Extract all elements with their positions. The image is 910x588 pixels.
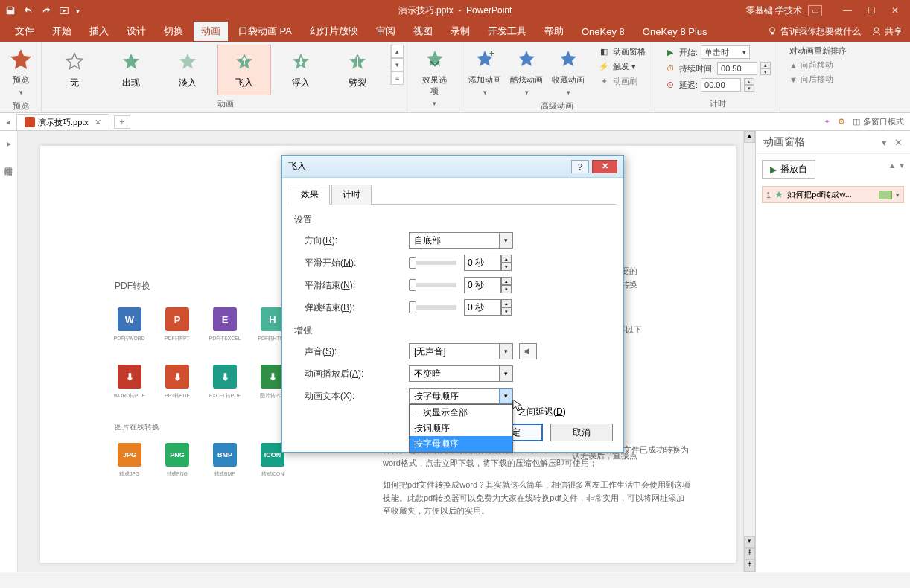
menu-transition[interactable]: 切换 (156, 22, 191, 41)
multi-window-button[interactable]: ◫多窗口模式 (853, 116, 904, 127)
timing-start-select[interactable]: 单击时▾ (701, 45, 750, 59)
dropdown-option[interactable]: 按词顺序 (410, 421, 512, 436)
add-tab-button[interactable]: + (114, 115, 130, 129)
timing-delay-input[interactable]: 00.00 (701, 78, 741, 92)
menu-onekey8plus[interactable]: OneKey 8 Plus (635, 23, 715, 40)
menu-devtools[interactable]: 开发工具 (480, 22, 534, 41)
smooth-start-spinner[interactable]: ▴▾ (501, 255, 512, 271)
menu-help[interactable]: 帮助 (537, 22, 571, 41)
file-tab-close-icon[interactable]: ✕ (95, 118, 101, 127)
conversion-tile[interactable]: PNG转成PNG (162, 443, 192, 478)
smooth-start-input[interactable]: 0 秒 (464, 255, 501, 271)
fav-animation-button[interactable]: 收藏动画▾ (549, 45, 588, 99)
start-icon[interactable] (58, 4, 70, 16)
smooth-end-input[interactable]: 0 秒 (464, 277, 501, 293)
sound-select[interactable]: [无声音]▾ (409, 343, 513, 359)
save-icon[interactable] (4, 4, 16, 16)
panel-close-icon[interactable]: ✕ (894, 137, 903, 148)
menu-pocket-anim[interactable]: 口袋动画 PA (231, 22, 299, 41)
menu-file[interactable]: 文件 (7, 22, 42, 41)
effect-options-button[interactable]: 效果选项 ▾ (416, 45, 453, 110)
undo-icon[interactable] (22, 4, 34, 16)
cancel-button[interactable]: 取消 (550, 424, 613, 441)
anim-none[interactable]: 无 (48, 45, 101, 95)
dialog-help-icon[interactable]: ? (571, 160, 589, 173)
anim-flyin[interactable]: 飞入 (217, 45, 271, 95)
menu-review[interactable]: 审阅 (369, 22, 403, 41)
menu-slideshow[interactable]: 幻灯片放映 (302, 22, 366, 41)
move-forward-button[interactable]: ▲向前移动 (786, 59, 850, 71)
menu-design[interactable]: 设计 (119, 22, 153, 41)
sound-preview-icon[interactable] (519, 343, 537, 359)
menu-record[interactable]: 录制 (443, 22, 477, 41)
direction-select[interactable]: 自底部▾ (409, 232, 513, 249)
animate-text-select[interactable]: 按字母顺序▾ (409, 388, 513, 404)
slide-thumbnail-strip[interactable]: ▸ 缩略图 (0, 131, 18, 572)
cool-animation-button[interactable]: 酷炫动画▾ (507, 45, 546, 99)
bounce-slider[interactable] (409, 305, 456, 310)
dropdown-option[interactable]: 按字母顺序 (410, 436, 512, 452)
sound-label: 声音(S): (305, 345, 409, 358)
dialog-titlebar[interactable]: 飞入 ? ✕ (282, 156, 623, 178)
wand-icon[interactable]: ✦ (824, 117, 830, 127)
bounce-input[interactable]: 0 秒 (464, 299, 501, 316)
animation-list-item[interactable]: 1 如何把pdf转成w... ▾ (762, 186, 904, 203)
smooth-end-slider[interactable] (409, 283, 456, 287)
account-text[interactable]: 零基础 学技术 (746, 4, 802, 17)
maximize-icon[interactable]: ☐ (861, 3, 882, 18)
panel-down-icon[interactable]: ▾ (900, 160, 904, 170)
menu-home[interactable]: 开始 (45, 22, 79, 41)
conversion-tile[interactable]: EPDF转EXCEL (210, 307, 240, 342)
menu-insert[interactable]: 插入 (82, 22, 116, 41)
bounce-spinner[interactable]: ▴▾ (501, 299, 512, 316)
smooth-start-slider[interactable] (409, 261, 456, 265)
share-button[interactable]: 共享 (871, 25, 903, 38)
timing-bar (879, 191, 892, 199)
animation-painter-button[interactable]: ✦动画刷 (595, 74, 649, 88)
trigger-button[interactable]: ⚡触发 ▾ (595, 60, 649, 73)
timing-duration-input[interactable]: 00.50 (717, 62, 757, 75)
conversion-tile[interactable]: BMP转成BMP (210, 443, 240, 478)
tab-prev-icon[interactable]: ◂ (6, 117, 10, 127)
conversion-tile[interactable]: JPG转成JPG (115, 443, 144, 478)
conversion-tile[interactable]: ⬇WORD转PDF (115, 365, 144, 400)
vertical-scrollbar[interactable]: ▴ ▾ ⤉ ⤈ (743, 131, 755, 572)
conversion-tile[interactable]: WPDF转WORD (115, 307, 144, 342)
panel-dropdown-icon[interactable]: ▾ (882, 137, 887, 148)
conversion-tile[interactable]: ⬇EXCEL转PDF (210, 365, 240, 400)
dialog-close-icon[interactable]: ✕ (592, 160, 617, 173)
menu-onekey8[interactable]: OneKey 8 (574, 23, 632, 40)
gear-icon[interactable]: ⚙ (838, 117, 845, 127)
tell-me-search[interactable]: 告诉我你想要做什么 (767, 25, 861, 38)
ribbon-display-icon[interactable]: ▭ (808, 5, 822, 16)
anim-appear[interactable]: 出现 (104, 45, 158, 95)
menu-animation[interactable]: 动画 (194, 22, 228, 41)
delay-spinner[interactable]: ▴▾ (744, 78, 754, 92)
close-icon[interactable]: ✕ (885, 3, 906, 18)
dropdown-option[interactable]: 一次显示全部 (410, 405, 512, 421)
menu-view[interactable]: 视图 (406, 22, 440, 41)
tile-label: 转成JPG (120, 470, 140, 477)
redo-icon[interactable] (40, 4, 52, 16)
conversion-tile[interactable]: ⬇PPT转PDF (162, 365, 192, 400)
preview-button[interactable]: 预览 ▾ (6, 45, 36, 99)
panel-up-icon[interactable]: ▴ (890, 160, 894, 170)
play-from-button[interactable]: ▶播放自 (762, 160, 815, 179)
dialog-tab-timing[interactable]: 计时 (331, 185, 372, 205)
duration-spinner[interactable]: ▴▾ (760, 62, 771, 75)
conversion-tile[interactable]: PPDF转PPT (162, 307, 192, 342)
animation-pane-button[interactable]: ◧动画窗格 (595, 45, 649, 58)
file-tab[interactable]: 演示技巧.pptx ✕ (16, 114, 109, 130)
item-dropdown-icon[interactable]: ▾ (896, 191, 900, 199)
smooth-end-spinner[interactable]: ▴▾ (501, 277, 512, 293)
after-anim-select[interactable]: 不变暗▾ (409, 365, 513, 382)
dialog-tab-effect[interactable]: 效果 (290, 185, 330, 205)
anim-split[interactable]: 劈裂 (331, 45, 384, 95)
add-animation-button[interactable]: + 添加动画▾ (465, 45, 504, 99)
anim-float[interactable]: 浮入 (274, 45, 328, 95)
anim-fade[interactable]: 淡入 (161, 45, 214, 95)
minimize-icon[interactable]: — (837, 3, 858, 18)
qat-more-icon[interactable]: ▾ (76, 7, 80, 15)
gallery-scroll[interactable]: ▴▾≡ (390, 45, 404, 85)
move-backward-button[interactable]: ▼向后移动 (786, 73, 850, 86)
